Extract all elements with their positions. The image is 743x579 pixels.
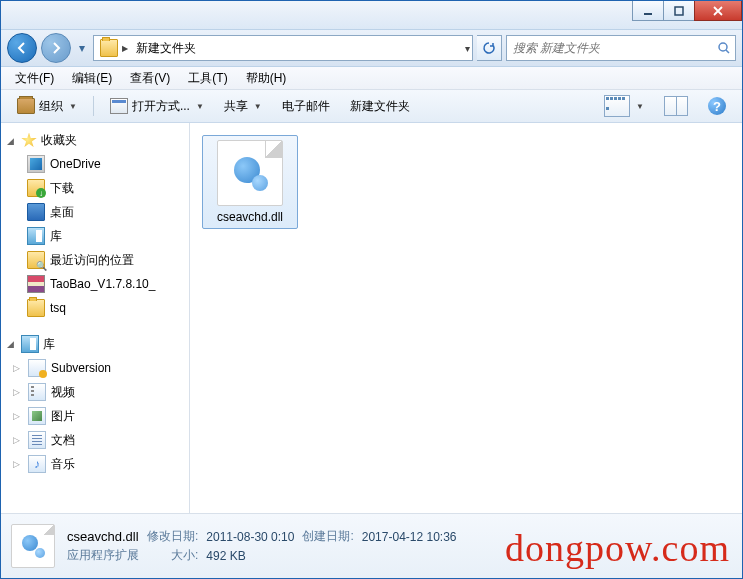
archive-icon (27, 275, 45, 293)
share-button[interactable]: 共享▼ (216, 94, 270, 119)
nav-bar: ▾ ▶ 新建文件夹 ▾ (1, 30, 742, 67)
breadcrumb-root[interactable]: ▶ (96, 37, 132, 59)
sidebar-item-pictures[interactable]: ▷图片 (1, 404, 189, 428)
breadcrumb-current[interactable]: 新建文件夹 (132, 38, 200, 59)
sidebar-item-libraries-fav[interactable]: 库 (1, 224, 189, 248)
sidebar-item-taobao[interactable]: TaoBao_V1.7.8.10_ (1, 272, 189, 296)
preview-pane-button[interactable] (656, 92, 696, 120)
search-box[interactable] (506, 35, 736, 61)
documents-icon (28, 431, 46, 449)
help-icon: ? (708, 97, 726, 115)
desktop-icon (27, 203, 45, 221)
file-item-selected[interactable]: cseavchd.dll (202, 135, 298, 229)
libraries-group: ◢库 ▷Subversion ▷视频 ▷图片 ▷文档 ▷音乐 (1, 332, 189, 476)
email-button[interactable]: 电子邮件 (274, 94, 338, 119)
menu-help[interactable]: 帮助(H) (238, 68, 295, 89)
sidebar-item-music[interactable]: ▷音乐 (1, 452, 189, 476)
explorer-window: ▾ ▶ 新建文件夹 ▾ 文件(F) 编辑(E) 查看(V) 工具(T) 帮助(H… (0, 0, 743, 579)
collapse-icon: ◢ (7, 136, 17, 146)
body: ◢收藏夹 OneDrive 下载 桌面 库 最近访问的位置 TaoBao_V1.… (1, 123, 742, 513)
search-icon (717, 41, 731, 55)
file-list[interactable]: cseavchd.dll (190, 123, 742, 513)
view-icon (604, 95, 630, 117)
svg-point-2 (719, 43, 727, 51)
organize-icon (17, 98, 35, 114)
chevron-down-icon: ▼ (69, 102, 77, 111)
titlebar[interactable] (1, 1, 742, 30)
maximize-button[interactable] (663, 1, 695, 21)
chevron-down-icon: ▼ (196, 102, 204, 111)
file-thumbnail (11, 524, 55, 568)
star-icon (21, 133, 37, 149)
help-button[interactable]: ? (700, 93, 734, 119)
forward-button[interactable] (41, 33, 71, 63)
chevron-down-icon: ▼ (636, 102, 644, 111)
modified-label: 修改日期: (147, 528, 198, 545)
menu-tools[interactable]: 工具(T) (180, 68, 235, 89)
sidebar-item-onedrive[interactable]: OneDrive (1, 152, 189, 176)
close-button[interactable] (694, 1, 742, 21)
downloads-icon (27, 179, 45, 197)
address-bar[interactable]: ▶ 新建文件夹 ▾ (93, 35, 473, 61)
menu-edit[interactable]: 编辑(E) (64, 68, 120, 89)
history-dropdown[interactable]: ▾ (75, 41, 89, 55)
view-options-button[interactable]: ▼ (596, 91, 652, 121)
details-filetype: 应用程序扩展 (67, 547, 139, 564)
svg-rect-1 (675, 7, 683, 15)
menu-view[interactable]: 查看(V) (122, 68, 178, 89)
onedrive-icon (27, 155, 45, 173)
gear-icon (232, 155, 268, 191)
expand-icon[interactable]: ▷ (13, 387, 23, 397)
details-pane: cseavchd.dll 修改日期: 2011-08-30 0:10 创建日期:… (1, 513, 742, 578)
expand-icon[interactable]: ▷ (13, 411, 23, 421)
expand-icon[interactable]: ▷ (13, 459, 23, 469)
folder-icon (100, 39, 118, 57)
app-icon (110, 98, 128, 114)
toolbar: 组织▼ 打开方式...▼ 共享▼ 电子邮件 新建文件夹 ▼ ? (1, 90, 742, 123)
sidebar-item-recent[interactable]: 最近访问的位置 (1, 248, 189, 272)
subversion-icon (28, 359, 46, 377)
sidebar-item-videos[interactable]: ▷视频 (1, 380, 189, 404)
videos-icon (28, 383, 46, 401)
file-details: cseavchd.dll 修改日期: 2011-08-30 0:10 创建日期:… (67, 528, 457, 564)
collapse-icon: ◢ (7, 339, 17, 349)
recent-icon (27, 251, 45, 269)
expand-icon[interactable]: ▷ (13, 363, 23, 373)
size-label: 大小: (147, 547, 198, 564)
navigation-pane[interactable]: ◢收藏夹 OneDrive 下载 桌面 库 最近访问的位置 TaoBao_V1.… (1, 123, 190, 513)
breadcrumb-label: 新建文件夹 (136, 40, 196, 57)
organize-button[interactable]: 组织▼ (9, 94, 85, 119)
favorites-group: ◢收藏夹 OneDrive 下载 桌面 库 最近访问的位置 TaoBao_V1.… (1, 129, 189, 320)
created-value: 2017-04-12 10:36 (362, 530, 457, 544)
separator (93, 96, 94, 116)
libraries-header[interactable]: ◢库 (1, 332, 189, 356)
gear-icon (21, 534, 45, 558)
open-with-button[interactable]: 打开方式...▼ (102, 94, 212, 119)
refresh-button[interactable] (477, 35, 502, 61)
folder-icon (27, 299, 45, 317)
back-button[interactable] (7, 33, 37, 63)
svg-rect-0 (644, 13, 652, 15)
created-label: 创建日期: (302, 528, 353, 545)
new-folder-button[interactable]: 新建文件夹 (342, 94, 418, 119)
chevron-down-icon: ▼ (254, 102, 262, 111)
address-dropdown[interactable]: ▾ (465, 43, 470, 54)
file-name-label: cseavchd.dll (217, 210, 283, 224)
favorites-header[interactable]: ◢收藏夹 (1, 129, 189, 152)
details-filename: cseavchd.dll (67, 529, 139, 544)
pictures-icon (28, 407, 46, 425)
sidebar-item-downloads[interactable]: 下载 (1, 176, 189, 200)
search-input[interactable] (511, 40, 717, 56)
sidebar-item-desktop[interactable]: 桌面 (1, 200, 189, 224)
size-value: 492 KB (206, 549, 294, 563)
library-icon (21, 335, 39, 353)
menu-file[interactable]: 文件(F) (7, 68, 62, 89)
preview-pane-icon (664, 96, 688, 116)
sidebar-item-documents[interactable]: ▷文档 (1, 428, 189, 452)
expand-icon[interactable]: ▷ (13, 435, 23, 445)
sidebar-item-subversion[interactable]: ▷Subversion (1, 356, 189, 380)
menu-bar: 文件(F) 编辑(E) 查看(V) 工具(T) 帮助(H) (1, 67, 742, 90)
minimize-button[interactable] (632, 1, 664, 21)
sidebar-item-tsq[interactable]: tsq (1, 296, 189, 320)
music-icon (28, 455, 46, 473)
